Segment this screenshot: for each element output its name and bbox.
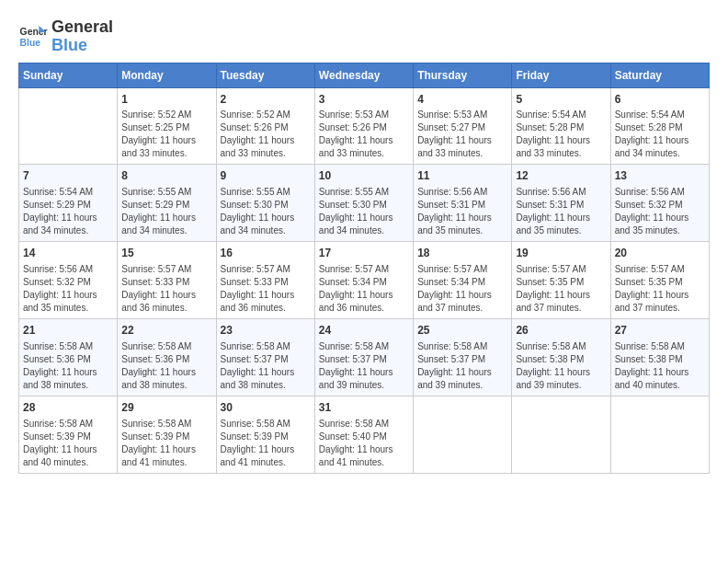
calendar-cell: 7Sunrise: 5:54 AM Sunset: 5:29 PM Daylig… bbox=[19, 165, 118, 242]
day-number: 28 bbox=[23, 400, 113, 416]
day-info: Sunrise: 5:58 AM Sunset: 5:39 PM Dayligh… bbox=[221, 418, 311, 469]
day-number: 6 bbox=[615, 92, 705, 108]
day-number: 11 bbox=[417, 168, 507, 184]
day-number: 21 bbox=[23, 323, 113, 339]
header-day-thursday: Thursday bbox=[414, 63, 512, 87]
calendar-cell: 6Sunrise: 5:54 AM Sunset: 5:28 PM Daylig… bbox=[610, 87, 709, 165]
day-info: Sunrise: 5:53 AM Sunset: 5:27 PM Dayligh… bbox=[417, 109, 507, 160]
day-number: 26 bbox=[516, 323, 606, 339]
day-info: Sunrise: 5:52 AM Sunset: 5:26 PM Dayligh… bbox=[221, 109, 311, 160]
calendar-cell: 19Sunrise: 5:57 AM Sunset: 5:35 PM Dayli… bbox=[512, 242, 610, 319]
day-number: 12 bbox=[516, 168, 606, 184]
day-info: Sunrise: 5:54 AM Sunset: 5:28 PM Dayligh… bbox=[516, 109, 606, 160]
calendar-cell: 20Sunrise: 5:57 AM Sunset: 5:35 PM Dayli… bbox=[610, 242, 709, 319]
calendar-body: 1Sunrise: 5:52 AM Sunset: 5:25 PM Daylig… bbox=[19, 87, 710, 473]
day-info: Sunrise: 5:55 AM Sunset: 5:29 PM Dayligh… bbox=[121, 186, 211, 237]
calendar-cell: 12Sunrise: 5:56 AM Sunset: 5:31 PM Dayli… bbox=[512, 165, 610, 242]
header-day-wednesday: Wednesday bbox=[314, 63, 413, 87]
day-number: 7 bbox=[23, 168, 113, 184]
day-number: 15 bbox=[121, 246, 211, 261]
day-info: Sunrise: 5:57 AM Sunset: 5:34 PM Dayligh… bbox=[319, 263, 409, 315]
calendar-cell: 14Sunrise: 5:56 AM Sunset: 5:32 PM Dayli… bbox=[19, 242, 118, 319]
calendar-cell: 8Sunrise: 5:55 AM Sunset: 5:29 PM Daylig… bbox=[118, 165, 216, 242]
day-info: Sunrise: 5:58 AM Sunset: 5:37 PM Dayligh… bbox=[221, 340, 311, 392]
calendar-cell: 17Sunrise: 5:57 AM Sunset: 5:34 PM Dayli… bbox=[314, 242, 413, 319]
calendar-cell: 24Sunrise: 5:58 AM Sunset: 5:37 PM Dayli… bbox=[314, 318, 413, 396]
header-day-sunday: Sunday bbox=[19, 63, 118, 87]
day-info: Sunrise: 5:57 AM Sunset: 5:35 PM Dayligh… bbox=[615, 263, 705, 315]
day-info: Sunrise: 5:56 AM Sunset: 5:31 PM Dayligh… bbox=[516, 186, 606, 237]
calendar-cell: 1Sunrise: 5:52 AM Sunset: 5:25 PM Daylig… bbox=[118, 87, 216, 165]
calendar-cell: 21Sunrise: 5:58 AM Sunset: 5:36 PM Dayli… bbox=[19, 318, 118, 396]
day-info: Sunrise: 5:57 AM Sunset: 5:34 PM Dayligh… bbox=[417, 263, 507, 315]
day-info: Sunrise: 5:58 AM Sunset: 5:40 PM Dayligh… bbox=[319, 418, 409, 469]
day-number: 20 bbox=[615, 246, 705, 261]
day-info: Sunrise: 5:58 AM Sunset: 5:37 PM Dayligh… bbox=[417, 340, 507, 392]
day-number: 8 bbox=[121, 168, 211, 184]
day-number: 14 bbox=[23, 246, 113, 261]
calendar-cell: 22Sunrise: 5:58 AM Sunset: 5:36 PM Dayli… bbox=[118, 318, 216, 396]
header-day-saturday: Saturday bbox=[610, 63, 709, 87]
day-number: 23 bbox=[221, 323, 311, 339]
calendar-cell: 18Sunrise: 5:57 AM Sunset: 5:34 PM Dayli… bbox=[414, 242, 512, 319]
calendar-week-4: 21Sunrise: 5:58 AM Sunset: 5:36 PM Dayli… bbox=[19, 318, 710, 396]
day-info: Sunrise: 5:53 AM Sunset: 5:26 PM Dayligh… bbox=[319, 109, 409, 160]
day-number: 27 bbox=[615, 323, 705, 339]
logo: General Blue GeneralBlue bbox=[18, 18, 113, 55]
day-number: 29 bbox=[121, 400, 211, 416]
day-number: 22 bbox=[121, 323, 211, 339]
day-info: Sunrise: 5:58 AM Sunset: 5:36 PM Dayligh… bbox=[23, 340, 113, 392]
calendar-cell bbox=[512, 396, 610, 473]
calendar-cell bbox=[414, 396, 512, 473]
calendar-week-2: 7Sunrise: 5:54 AM Sunset: 5:29 PM Daylig… bbox=[19, 165, 710, 242]
day-info: Sunrise: 5:58 AM Sunset: 5:38 PM Dayligh… bbox=[516, 340, 606, 392]
logo-icon: General Blue bbox=[18, 22, 48, 52]
calendar-cell: 23Sunrise: 5:58 AM Sunset: 5:37 PM Dayli… bbox=[216, 318, 314, 396]
day-info: Sunrise: 5:54 AM Sunset: 5:28 PM Dayligh… bbox=[615, 109, 705, 160]
calendar-cell bbox=[610, 396, 709, 473]
calendar-cell: 11Sunrise: 5:56 AM Sunset: 5:31 PM Dayli… bbox=[414, 165, 512, 242]
calendar-header-row: SundayMondayTuesdayWednesdayThursdayFrid… bbox=[19, 63, 710, 87]
calendar-cell: 28Sunrise: 5:58 AM Sunset: 5:39 PM Dayli… bbox=[19, 396, 118, 473]
calendar-cell: 27Sunrise: 5:58 AM Sunset: 5:38 PM Dayli… bbox=[610, 318, 709, 396]
day-info: Sunrise: 5:54 AM Sunset: 5:29 PM Dayligh… bbox=[23, 186, 113, 237]
day-number: 25 bbox=[417, 323, 507, 339]
day-number: 18 bbox=[417, 246, 507, 261]
day-info: Sunrise: 5:57 AM Sunset: 5:33 PM Dayligh… bbox=[121, 263, 211, 315]
day-number: 2 bbox=[221, 92, 311, 108]
logo-text: GeneralBlue bbox=[51, 18, 113, 55]
calendar-table: SundayMondayTuesdayWednesdayThursdayFrid… bbox=[18, 63, 710, 474]
calendar-cell: 13Sunrise: 5:56 AM Sunset: 5:32 PM Dayli… bbox=[610, 165, 709, 242]
day-number: 9 bbox=[221, 168, 311, 184]
day-info: Sunrise: 5:56 AM Sunset: 5:32 PM Dayligh… bbox=[23, 263, 113, 315]
calendar-cell: 9Sunrise: 5:55 AM Sunset: 5:30 PM Daylig… bbox=[216, 165, 314, 242]
day-info: Sunrise: 5:58 AM Sunset: 5:39 PM Dayligh… bbox=[23, 418, 113, 469]
calendar-cell: 30Sunrise: 5:58 AM Sunset: 5:39 PM Dayli… bbox=[216, 396, 314, 473]
day-number: 30 bbox=[221, 400, 311, 416]
header-day-monday: Monday bbox=[118, 63, 216, 87]
calendar-week-5: 28Sunrise: 5:58 AM Sunset: 5:39 PM Dayli… bbox=[19, 396, 710, 473]
calendar-cell: 10Sunrise: 5:55 AM Sunset: 5:30 PM Dayli… bbox=[314, 165, 413, 242]
day-info: Sunrise: 5:58 AM Sunset: 5:39 PM Dayligh… bbox=[121, 418, 211, 469]
day-info: Sunrise: 5:58 AM Sunset: 5:37 PM Dayligh… bbox=[319, 340, 409, 392]
day-number: 16 bbox=[221, 246, 311, 261]
day-info: Sunrise: 5:55 AM Sunset: 5:30 PM Dayligh… bbox=[319, 186, 409, 237]
day-number: 17 bbox=[319, 246, 409, 261]
day-number: 4 bbox=[417, 92, 507, 108]
day-number: 31 bbox=[319, 400, 409, 416]
calendar-week-1: 1Sunrise: 5:52 AM Sunset: 5:25 PM Daylig… bbox=[19, 87, 710, 165]
day-number: 19 bbox=[516, 246, 606, 261]
day-info: Sunrise: 5:56 AM Sunset: 5:31 PM Dayligh… bbox=[417, 186, 507, 237]
calendar-cell: 26Sunrise: 5:58 AM Sunset: 5:38 PM Dayli… bbox=[512, 318, 610, 396]
calendar-cell: 29Sunrise: 5:58 AM Sunset: 5:39 PM Dayli… bbox=[118, 396, 216, 473]
day-info: Sunrise: 5:55 AM Sunset: 5:30 PM Dayligh… bbox=[221, 186, 311, 237]
calendar-cell: 4Sunrise: 5:53 AM Sunset: 5:27 PM Daylig… bbox=[414, 87, 512, 165]
day-number: 13 bbox=[615, 168, 705, 184]
svg-text:Blue: Blue bbox=[20, 37, 41, 47]
calendar-cell: 2Sunrise: 5:52 AM Sunset: 5:26 PM Daylig… bbox=[216, 87, 314, 165]
day-number: 24 bbox=[319, 323, 409, 339]
day-number: 5 bbox=[516, 92, 606, 108]
calendar-cell: 3Sunrise: 5:53 AM Sunset: 5:26 PM Daylig… bbox=[314, 87, 413, 165]
day-info: Sunrise: 5:56 AM Sunset: 5:32 PM Dayligh… bbox=[615, 186, 705, 237]
calendar-cell: 25Sunrise: 5:58 AM Sunset: 5:37 PM Dayli… bbox=[414, 318, 512, 396]
